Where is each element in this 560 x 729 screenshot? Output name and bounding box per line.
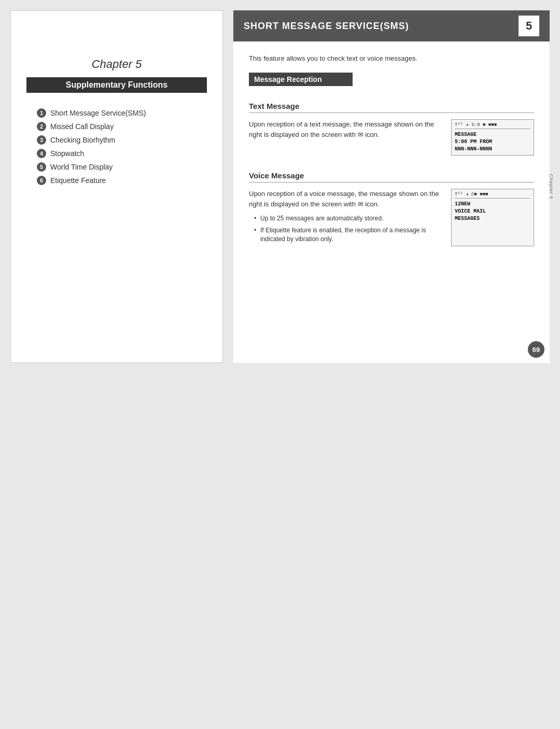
toc-num: 3: [37, 135, 46, 145]
right-header: SHORT MESSAGE SERVICE(SMS) 5: [233, 10, 550, 41]
bullet-item: If Etiquette feature is enabled, the rec…: [254, 226, 441, 244]
text-message-phone: Tᴳᴵ ★ 5:8 ■ ■■■ MESSAGE5:06 PM FROMNNN-N…: [451, 119, 534, 156]
toc-item: 4Stopwatch: [37, 149, 207, 158]
header-title: SHORT MESSAGE SERVICE(SMS): [244, 21, 409, 32]
toc-label: Short Message Service(SMS): [50, 109, 146, 117]
toc-item: 1Short Message Service(SMS): [37, 108, 207, 118]
header-num: 5: [519, 16, 539, 36]
toc-label: Stopwatch: [50, 149, 84, 158]
chapter-subtitle: Supplementary Functions: [26, 77, 207, 93]
text-message-title: Text Message: [249, 102, 534, 113]
left-panel: Chapter 5 Supplementary Functions 1Short…: [10, 10, 223, 363]
toc-label: Etiquette Feature: [50, 176, 106, 185]
bottom-area: [0, 373, 560, 729]
voice-message-bullets: Up to 25 messages are automatically stor…: [249, 214, 441, 243]
toc-item: 5World Time Display: [37, 162, 207, 172]
toc-list: 1Short Message Service(SMS)2Missed Call …: [26, 108, 207, 189]
intro-text: This feature allows you to check text or…: [249, 54, 534, 62]
voice-message-title: Voice Message: [249, 171, 534, 183]
toc-label: World Time Display: [50, 163, 113, 171]
voice-phone-content: 12NEWVOICE MAILMESSAGES: [455, 201, 530, 222]
toc-item: 3Checking Biorhythm: [37, 135, 207, 145]
voice-message-row: Upon reception of a voice message, the m…: [249, 189, 534, 246]
voice-message-phone: Tᴳᴵ ★ ⎙■ ■■■ 12NEWVOICE MAILMESSAGES: [451, 189, 534, 246]
toc-item: 6Etiquette Feature: [37, 176, 207, 185]
chapter-label: Chapter 5: [92, 58, 142, 71]
text-message-row: Upon reception of a text message, the me…: [249, 119, 534, 156]
side-tab: Chapter 5: [549, 174, 554, 200]
voice-message-body: Upon reception of a voice message, the m…: [249, 189, 441, 209]
toc-item: 2Missed Call Display: [37, 122, 207, 131]
toc-label: Checking Biorhythm: [50, 136, 115, 144]
toc-label: Missed Call Display: [50, 122, 114, 131]
toc-num: 4: [37, 149, 46, 158]
toc-num: 6: [37, 176, 46, 185]
right-content: This feature allows you to check text or…: [233, 41, 550, 363]
voice-phone-status: Tᴳᴵ ★ ⎙■ ■■■: [455, 191, 530, 199]
text-phone-status: Tᴳᴵ ★ 5:8 ■ ■■■: [455, 122, 530, 129]
voice-message-left: Upon reception of a voice message, the m…: [249, 189, 441, 246]
toc-num: 2: [37, 122, 46, 131]
section-bar: Message Reception: [249, 73, 353, 86]
text-message-body: Upon reception of a text message, the me…: [249, 119, 441, 156]
right-panel: SHORT MESSAGE SERVICE(SMS) 5 This featur…: [233, 10, 550, 363]
toc-num: 1: [37, 108, 46, 118]
page-number-badge: 69: [528, 341, 544, 358]
right-wrapper: SHORT MESSAGE SERVICE(SMS) 5 This featur…: [228, 0, 560, 373]
bullet-item: Up to 25 messages are automatically stor…: [254, 214, 441, 223]
toc-num: 5: [37, 162, 46, 172]
text-phone-content: MESSAGE5:06 PM FROMNNN-NNN-NNNN: [455, 131, 530, 153]
